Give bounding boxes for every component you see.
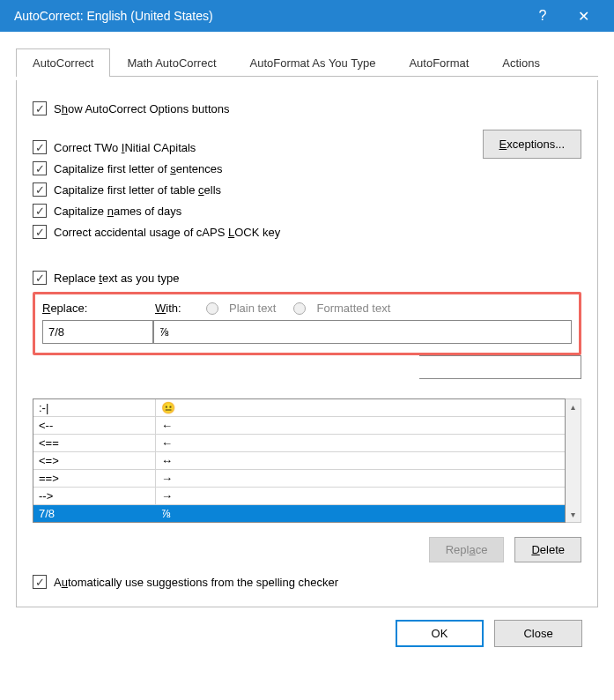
list-cell-replace: ==> [33, 470, 156, 487]
radio-formatted-text [293, 302, 306, 315]
check-caps-lock-label: Correct accidental usage of cAPS LOCK ke… [54, 226, 280, 239]
radio-plain-text-label: Plain text [229, 302, 276, 315]
list-cell-replace: <== [33, 435, 156, 451]
list-cell-replace: <-- [33, 417, 156, 434]
exceptions-button[interactable]: Exceptions... [483, 130, 581, 159]
tab-autocorrect[interactable]: AutoCorrect [16, 48, 110, 77]
list-cell-with: ⅞ [156, 505, 565, 522]
replacement-list[interactable]: :-|😐<--←<==←<=>↔==>→-->→7/8⅞ [33, 398, 566, 523]
table-row[interactable]: <--← [33, 417, 565, 435]
close-window-button[interactable]: ✕ [563, 0, 603, 32]
tab-autoformat[interactable]: AutoFormat [392, 48, 485, 77]
check-table-cells-label: Capitalize first letter of table cells [54, 183, 221, 197]
list-cell-with: ↔ [156, 452, 565, 469]
tab-actions[interactable]: Actions [485, 48, 557, 77]
table-row[interactable]: 7/8⅞ [33, 505, 565, 522]
check-days-label: Capitalize names of days [54, 205, 181, 218]
replace-with-highlight: Replace: With: Plain text Formatted text [33, 292, 581, 355]
replace-input[interactable] [42, 320, 153, 344]
check-days[interactable] [33, 204, 47, 218]
table-row[interactable]: :-|😐 [33, 399, 565, 417]
check-auto-suggest-label: Automatically use suggestions from the s… [54, 576, 338, 589]
with-input-tail [419, 355, 581, 379]
list-cell-replace: --> [33, 488, 156, 504]
tab-math-autocorrect[interactable]: Math AutoCorrect [110, 48, 233, 77]
radio-formatted-text-label: Formatted text [316, 302, 390, 315]
list-cell-replace: :-| [33, 399, 156, 416]
list-cell-replace: 7/8 [33, 505, 156, 522]
check-show-options[interactable] [33, 101, 47, 115]
check-two-initial-label: Correct TWo INitial CApitals [54, 141, 196, 154]
check-table-cells[interactable] [33, 182, 47, 197]
check-replace-as-type-label: Replace text as you type [54, 272, 179, 285]
table-row[interactable]: ==>→ [33, 470, 565, 488]
check-auto-suggest[interactable] [33, 575, 47, 589]
check-sentences[interactable] [33, 161, 47, 175]
check-show-options-label: Show AutoCorrect Options buttons [54, 102, 229, 115]
delete-button[interactable]: Delete [514, 537, 581, 562]
titlebar: AutoCorrect: English (United States) ? ✕ [0, 0, 614, 32]
table-row[interactable]: <=>↔ [33, 452, 565, 470]
radio-plain-text [206, 302, 218, 315]
replace-label: Replace: [42, 302, 148, 315]
tab-pane: Show AutoCorrect Options buttons Excepti… [16, 80, 598, 607]
scroll-up-icon[interactable]: ▴ [571, 402, 575, 412]
with-label: With: [155, 302, 199, 315]
with-input[interactable] [153, 320, 572, 344]
list-cell-with: → [156, 488, 565, 504]
tab-autoformat-type[interactable]: AutoFormat As You Type [233, 48, 393, 77]
check-caps-lock[interactable] [33, 225, 47, 239]
tabstrip: AutoCorrect Math AutoCorrect AutoFormat … [16, 48, 598, 77]
list-cell-with: 😐 [156, 399, 565, 416]
scroll-down-icon[interactable]: ▾ [571, 510, 575, 519]
check-two-initial[interactable] [33, 140, 47, 154]
check-replace-as-type[interactable] [33, 271, 47, 285]
list-cell-replace: <=> [33, 452, 156, 469]
list-cell-with: ← [156, 435, 565, 451]
table-row[interactable]: -->→ [33, 488, 565, 505]
list-cell-with: → [156, 470, 565, 487]
close-button[interactable]: Close [494, 620, 582, 647]
scrollbar[interactable]: ▴ ▾ [566, 398, 581, 523]
ok-button[interactable]: OK [396, 620, 484, 647]
help-button[interactable]: ? [522, 0, 563, 32]
table-row[interactable]: <==← [33, 435, 565, 452]
check-sentences-label: Capitalize first letter of sentences [54, 162, 222, 175]
replace-button: Replace [429, 537, 505, 562]
list-cell-with: ← [156, 417, 565, 434]
window-title: AutoCorrect: English (United States) [14, 9, 522, 23]
